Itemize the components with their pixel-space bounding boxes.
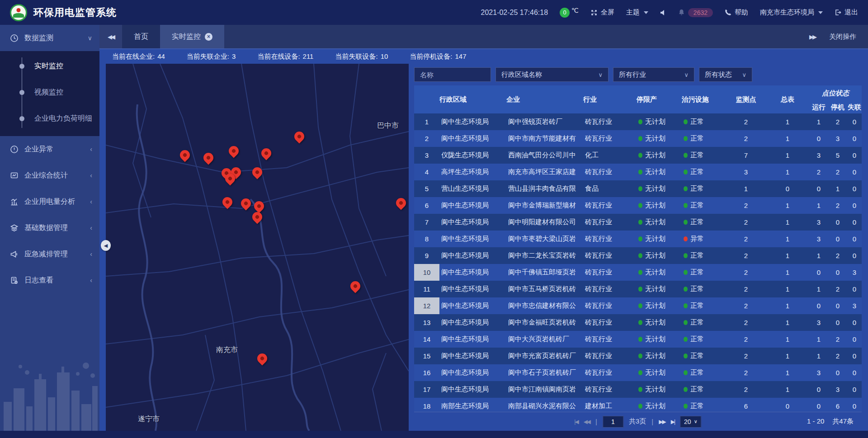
page-size-select[interactable]: 20 ∨ [680,416,702,428]
table-row[interactable]: 5 营山生态环境局 营山县润丰肉食品有限 食品 无计划 正常 1 0 0 1 0 [414,180,862,197]
tab-home[interactable]: 首页 [122,25,160,48]
sidebar-item-data-monitoring[interactable]: 数据监测 ∨ [0,25,99,51]
cell-company: 阆中市南方节能建材有 [506,134,583,143]
cell-run: 0 [809,135,828,142]
next-page-button[interactable]: ▶▶ [659,419,665,425]
table-row[interactable]: 12 阆中生态环境局 阆中市忠信建材有限公 砖瓦行业 无计划 正常 2 1 0 … [414,297,862,314]
table-row[interactable]: 8 阆中生态环境局 阆中市枣碧大梁山页岩 砖瓦行业 无计划 异常 2 1 3 0… [414,231,862,247]
logout-button[interactable]: 退出 [835,8,858,17]
cell-industry: 砖瓦行业 [583,118,637,126]
chevron-down-icon: ∨ [684,71,689,78]
monitor-gauge-icon [10,34,19,42]
status-dot-icon [638,370,642,375]
col-points: 监测点 [726,85,766,113]
theme-menu[interactable]: 主题 [626,8,648,17]
table-row[interactable]: 13 阆中生态环境局 阆中市金福旺页岩机砖 砖瓦行业 无计划 正常 2 1 3 … [414,314,862,331]
cell-run: 3 [809,319,828,326]
speaker-icon [660,9,666,16]
cell-stop: 1 [828,185,847,193]
table-row[interactable]: 9 阆中生态环境局 阆中市二龙长宝页岩砖 砖瓦行业 无计划 正常 2 1 1 2… [414,247,862,264]
org-menu[interactable]: 南充市生态环境局 [760,8,823,17]
cell-meters: 1 [766,369,809,377]
cell-limit-status: 无计划 [637,285,682,293]
sidebar-item-log-view[interactable]: 日志查看 ‹ [0,267,99,293]
sidebar-item-enterprise-abnormal[interactable]: 企业异常 ‹ [0,136,99,162]
bullet-dot-icon [19,90,24,95]
cell-facility-status: 正常 [682,134,726,143]
sidebar-item-power-load-detail[interactable]: 企业电力负荷明细 [0,105,99,132]
table-row[interactable]: 1 阆中生态环境局 阆中强锐页岩砖厂 砖瓦行业 无计划 正常 2 1 1 2 0 [414,113,862,130]
close-operations-button[interactable]: 关闭操作 [829,33,856,41]
fullscreen-button[interactable]: 全屏 [590,8,614,17]
cell-facility-status: 正常 [682,285,726,293]
table-row[interactable]: 18 南部生态环境局 南部县砌兴水泥有限公 建材加工 无计划 正常 6 0 0 … [414,398,862,412]
cell-industry: 砖瓦行业 [583,385,637,394]
row-index: 4 [414,164,439,180]
table-row[interactable]: 11 阆中生态环境局 阆中市五马桥页岩机砖 砖瓦行业 无计划 正常 2 1 1 … [414,281,862,297]
table-row[interactable]: 4 高坪生态环境局 南充市高坪区王家店建 砖瓦行业 无计划 正常 3 1 2 2… [414,164,862,180]
tabs-scroll-left-button[interactable]: ◀◀ [99,25,122,48]
notifications[interactable]: 2632 [678,8,713,17]
map-city-label: 南充市 [216,345,238,355]
chevron-collapsed-icon: ‹ [90,172,92,179]
cell-lost: 0 [847,285,862,293]
region-filter-select[interactable]: 行政区域名称 ∨ [495,67,609,82]
status-dot-icon [684,203,688,208]
industry-filter-select[interactable]: 所有行业 ∨ [613,67,694,82]
status-filter-select[interactable]: 所有状态 ∨ [699,67,752,82]
table-row[interactable]: 3 仪陇生态环境局 西南油气田分公司川中 化工 无计划 正常 7 1 3 5 0 [414,147,862,164]
dashboard-icon [10,171,19,180]
tab-realtime-monitoring[interactable]: 实时监控 × [160,25,224,48]
sidebar-submenu: 实时监控 视频监控 企业电力负荷明细 [0,51,99,136]
first-page-button[interactable]: |◀ [574,419,578,425]
sidebar-item-emergency-reduction[interactable]: 应急减排管理 ‹ [0,241,99,267]
table-row[interactable]: 17 阆中生态环境局 阆中市江南镇阆南页岩 砖瓦行业 无计划 正常 2 1 0 … [414,381,862,398]
tab-bar: ◀◀ 首页 实时监控 × ▶▶ 关闭操作 [99,25,868,49]
status-dot-icon [638,303,642,308]
cell-stop: 2 [828,352,847,360]
cell-meters: 1 [766,118,809,126]
table-row[interactable]: 2 阆中生态环境局 阆中市南方节能建材有 砖瓦行业 无计划 正常 2 1 0 3… [414,130,862,147]
status-dot-icon [638,236,642,241]
sound-button[interactable] [660,9,666,16]
cell-industry: 砖瓦行业 [583,368,637,377]
cell-lost: 0 [847,185,862,193]
cell-points: 2 [726,118,766,126]
name-filter-input[interactable] [414,67,491,82]
sidebar-item-realtime-monitoring[interactable]: 实时监控 [0,53,99,79]
cell-meters: 1 [766,218,809,226]
cell-industry: 食品 [583,184,637,193]
sidebar-item-enterprise-statistics[interactable]: 企业综合统计 ‹ [0,162,99,188]
status-dot-icon [684,404,688,409]
temperature-unit: ℃ [571,7,579,14]
help-button[interactable]: 帮助 [725,8,748,17]
stat-offline-enterprises: 当前失联企业:3 [187,52,236,61]
table-row[interactable]: 15 阆中生态环境局 阆中市光富页岩机砖厂 砖瓦行业 无计划 正常 2 1 1 … [414,348,862,364]
sidebar-item-video-monitoring[interactable]: 视频监控 [0,79,99,105]
map-collapse-button[interactable]: ◀ [101,240,111,251]
tabs-scroll-right-button[interactable]: ▶▶ [809,33,816,40]
cell-facility-status: 正常 [682,301,726,310]
table-row[interactable]: 16 阆中生态环境局 阆中市石子页岩机砖厂 砖瓦行业 无计划 正常 2 1 3 … [414,364,862,381]
table-row[interactable]: 14 阆中生态环境局 阆中大兴页岩机砖厂 砖瓦行业 无计划 正常 2 1 1 2… [414,331,862,348]
cell-points: 2 [726,135,766,142]
cell-limit-status: 无计划 [637,352,682,360]
map-panel[interactable]: 巴中市 南充市 遂宁市 ◀ [106,64,409,431]
cell-stop: 6 [828,402,847,410]
map-roads [106,64,409,431]
cell-points: 2 [726,386,766,393]
cell-facility-status: 正常 [682,335,726,344]
table-row[interactable]: 10 阆中生态环境局 阆中千佛镇五郎垭页岩 砖瓦行业 无计划 正常 2 1 0 … [414,264,862,281]
last-page-button[interactable]: ▶| [671,419,675,425]
cell-lost: 0 [847,118,862,126]
sidebar-item-power-analysis[interactable]: 企业用电量分析 ‹ [0,188,99,215]
cell-points: 2 [726,369,766,377]
prev-page-button[interactable]: ◀◀ [584,419,590,425]
table-row[interactable]: 7 阆中生态环境局 阆中明阳建材有限公司 砖瓦行业 无计划 正常 2 1 3 0… [414,214,862,231]
sidebar-item-base-data[interactable]: 基础数据管理 ‹ [0,215,99,241]
cell-industry: 建材加工 [583,402,637,410]
table-row[interactable]: 6 阆中生态环境局 阆中市金博瑞新型墙材 砖瓦行业 无计划 正常 2 1 1 2… [414,197,862,214]
page-number-input[interactable] [603,416,623,428]
tab-close-icon[interactable]: × [205,33,212,41]
row-index: 14 [414,331,439,348]
